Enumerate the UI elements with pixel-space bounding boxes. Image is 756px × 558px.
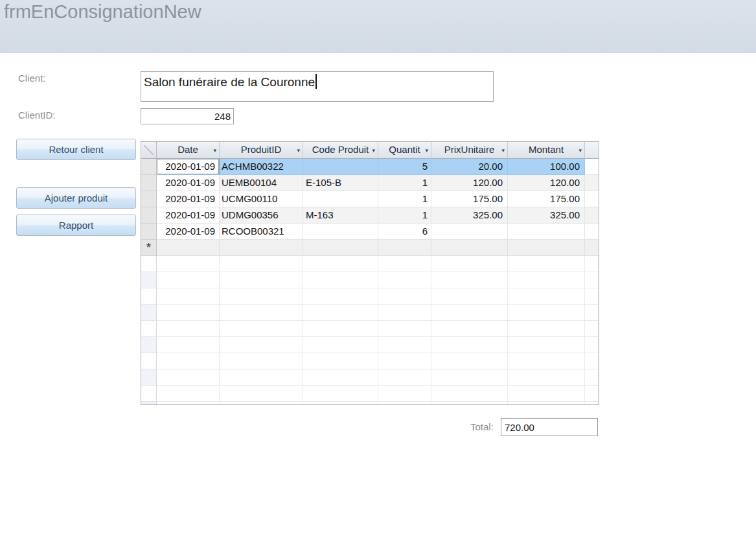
new-cell-code_produit[interactable] (303, 240, 378, 256)
text-caret (315, 74, 317, 89)
filler-cell (585, 337, 599, 353)
filler-cell (508, 337, 585, 353)
filler-cell (508, 353, 585, 369)
cell-quantite[interactable]: 1 (378, 207, 431, 224)
cell-date[interactable]: 2020-01-09 (157, 224, 220, 240)
column-header-produit_id[interactable]: ProduitID▾ (220, 142, 303, 159)
new-cell-date[interactable] (157, 240, 220, 256)
cell-produit_id[interactable]: ACHMB00322 (220, 159, 303, 175)
filler-row-selector (141, 353, 157, 369)
filler-cell (220, 402, 303, 405)
filler-cell (431, 369, 508, 386)
filler-cell (378, 272, 431, 288)
cell-produit_id[interactable]: RCOOB00321 (220, 224, 303, 240)
cell-produit_id[interactable]: UCMG00110 (220, 191, 303, 207)
table-row: 2020-01-09RCOOB003216 (141, 224, 599, 240)
row-selector[interactable] (141, 224, 157, 240)
retour-client-button[interactable]: Retour client (16, 139, 136, 160)
client-input[interactable]: Salon funéraire de la Couronne (141, 71, 494, 102)
column-dropdown-arrow-icon[interactable]: ▾ (297, 143, 300, 158)
column-header-montant[interactable]: Montant▾ (508, 142, 585, 159)
row-selector[interactable] (141, 175, 157, 191)
filler-row-selector (141, 305, 157, 321)
new-record-row[interactable]: * (141, 240, 599, 256)
filler-row-selector (141, 321, 157, 337)
column-header-quantite[interactable]: Quantit▾ (378, 142, 431, 159)
datasheet[interactable]: Date▾ProduitID▾Code Produit▾Quantit▾Prix… (141, 141, 599, 405)
column-dropdown-arrow-icon[interactable]: ▾ (213, 143, 216, 158)
column-dropdown-arrow-icon[interactable]: ▾ (578, 143, 582, 158)
filler-cell (508, 272, 585, 288)
column-header-prix_unitaire[interactable]: PrixUnitaire▾ (431, 142, 508, 159)
column-header-date[interactable]: Date▾ (157, 142, 220, 159)
column-dropdown-arrow-icon[interactable]: ▾ (372, 143, 375, 158)
new-record-marker[interactable]: * (141, 240, 157, 256)
cell-quantite[interactable]: 6 (378, 224, 431, 240)
filler-cell (431, 288, 508, 305)
filler-row-selector (141, 386, 157, 402)
cell-quantite[interactable]: 1 (378, 191, 431, 207)
filler-cell (431, 353, 508, 369)
column-header-label: Code Produit (312, 144, 369, 155)
new-cell-produit_id[interactable] (220, 240, 303, 256)
cell-montant[interactable]: 175.00 (508, 191, 585, 207)
cell-produit_id[interactable]: UEMB00104 (220, 175, 303, 191)
cell-date[interactable]: 2020-01-09 (157, 191, 220, 207)
ajouter-produit-button[interactable]: Ajouter produit (16, 187, 136, 209)
filler-row (141, 369, 599, 386)
filler-cell (157, 288, 220, 305)
filler-row-selector (141, 272, 157, 288)
column-header-label: Date (178, 144, 198, 155)
cell-montant[interactable]: 100.00 (508, 159, 585, 175)
column-dropdown-arrow-icon[interactable]: ▾ (501, 143, 505, 158)
cell-code_produit[interactable] (303, 159, 378, 175)
cell-montant[interactable]: 325.00 (508, 207, 585, 224)
filler-cell (303, 305, 378, 321)
cell-prix_unitaire[interactable]: 20.00 (431, 159, 508, 175)
row-selector[interactable] (141, 207, 157, 224)
row-selector[interactable] (141, 191, 157, 207)
filler-row-selector (141, 288, 157, 305)
rapport-button[interactable]: Rapport (16, 215, 136, 236)
filler-cell (378, 256, 431, 272)
column-dropdown-arrow-icon[interactable]: ▾ (425, 143, 428, 158)
filler-cell (157, 305, 220, 321)
total-input[interactable]: 720.00 (501, 418, 598, 436)
cell-date[interactable]: 2020-01-09 (157, 207, 220, 224)
filler-cell (303, 337, 378, 353)
filler-cell (431, 386, 508, 402)
filler-cell (431, 337, 508, 353)
cell-prix_unitaire[interactable]: 120.00 (431, 175, 508, 191)
column-header-code_produit[interactable]: Code Produit▾ (303, 142, 378, 159)
new-cell-quantite[interactable] (378, 240, 431, 256)
cell-quantite[interactable]: 5 (378, 159, 431, 175)
cell-montant[interactable]: 120.00 (508, 175, 585, 191)
cell-montant[interactable] (508, 224, 585, 240)
cell-date[interactable]: 2020-01-09 (157, 175, 220, 191)
cell-code_produit[interactable] (303, 191, 378, 207)
filler-cell (303, 369, 378, 386)
cell-quantite[interactable]: 1 (378, 175, 431, 191)
cell-produit_id[interactable]: UDMG00356 (220, 207, 303, 224)
clientid-input[interactable]: 248 (141, 108, 234, 124)
filler-cell (508, 305, 585, 321)
cell-code_produit[interactable] (303, 224, 378, 240)
cell-prix_unitaire[interactable]: 325.00 (431, 207, 508, 224)
cell-date[interactable]: 2020-01-09 (157, 159, 220, 175)
filler-cell (431, 256, 508, 272)
cell-prix_unitaire[interactable] (431, 224, 508, 240)
table-row: 2020-01-09UCMG001101175.00175.00 (141, 191, 599, 207)
filler-cell (378, 353, 431, 369)
row-selector[interactable] (141, 159, 157, 175)
cell-code_produit[interactable]: E-105-B (303, 175, 378, 191)
filler-row (141, 272, 599, 288)
select-all-corner[interactable] (141, 142, 157, 159)
new-cell-prix_unitaire[interactable] (431, 240, 508, 256)
filler-cell (585, 369, 599, 386)
banner: frmEnConsignationNew (0, 0, 756, 53)
cell-prix_unitaire[interactable]: 175.00 (431, 191, 508, 207)
filler-cell (220, 272, 303, 288)
client-value: Salon funéraire de la Couronne (144, 75, 315, 89)
new-cell-montant[interactable] (508, 240, 585, 256)
cell-code_produit[interactable]: M-163 (303, 207, 378, 224)
